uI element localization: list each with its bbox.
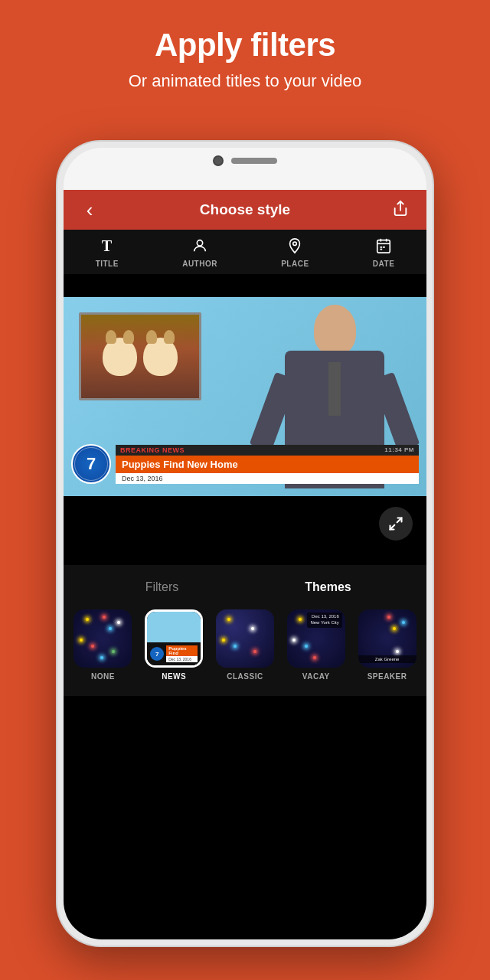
spark (91, 645, 94, 648)
puppy-2 (143, 338, 178, 376)
page-subtitle: Or animated titles to your video (31, 70, 459, 93)
spark (234, 645, 237, 648)
filter-news[interactable]: 7 Puppies Find Dec 13, 2016 NEWS (145, 609, 203, 681)
spark (103, 616, 106, 619)
spark (80, 639, 83, 642)
filter-label-none: NONE (91, 672, 115, 681)
date-icon (375, 237, 392, 256)
spark (112, 650, 115, 653)
puppies-image (79, 312, 201, 400)
tab-author[interactable]: AUTHOR (182, 237, 217, 268)
page-title: Apply filters (31, 28, 459, 63)
news-lower: 7 Puppies Find Dec 13, 2016 (147, 642, 201, 665)
spark (86, 618, 89, 621)
svg-point-2 (197, 240, 202, 246)
thumb-date: Dec 13, 2016 (166, 656, 198, 662)
spark (251, 627, 254, 630)
man-tie (328, 362, 341, 416)
news-lower-third: 7 BREAKING NEWS 11:34 PM Puppies Find Ne… (71, 444, 419, 484)
filter-label-news: NEWS (162, 672, 186, 681)
news-channel-logo: 7 (71, 444, 111, 484)
filter-thumb-vacay: Dec 13, 2016 New York City (287, 609, 345, 668)
spark (402, 621, 405, 624)
spark (253, 650, 256, 653)
phone-inner: ‹ Choose style T (64, 148, 426, 939)
camera-lens (213, 155, 224, 166)
vacay-city: New York City (310, 620, 338, 626)
svg-point-3 (293, 242, 297, 246)
news-text-block: BREAKING NEWS 11:34 PM Puppies Find New … (116, 445, 419, 484)
spark (313, 656, 316, 659)
filter-theme-tabs: Filters Themes (64, 577, 426, 597)
author-icon (191, 237, 208, 256)
filter-classic[interactable]: CLASSIC (216, 609, 274, 681)
fullscreen-button[interactable] (379, 507, 413, 541)
vacay-date: Dec 13, 2016 (310, 614, 338, 620)
filter-thumb-classic (216, 609, 274, 668)
spark (222, 639, 225, 642)
news-headline: Puppies Find New Home (116, 456, 419, 473)
news-time: 11:34 PM (384, 446, 414, 453)
phone-screen: ‹ Choose style T (64, 190, 426, 939)
header-section: Apply filters Or animated titles to your… (0, 0, 490, 108)
tab-place-label: PLACE (281, 260, 309, 268)
svg-rect-10 (380, 249, 382, 250)
tab-date-label: DATE (373, 260, 394, 268)
back-button[interactable]: ‹ (76, 198, 103, 222)
news-date: Dec 13, 2016 (116, 473, 419, 484)
tab-place[interactable]: PLACE (281, 237, 309, 268)
thumb-logo: 7 (150, 647, 164, 661)
phone-frame: ‹ Choose style T (57, 142, 433, 946)
breaking-label: BREAKING NEWS (120, 446, 185, 454)
title-icon: T (99, 237, 116, 256)
thumb-text: Puppies Find Dec 13, 2016 (166, 645, 198, 662)
filter-speaker[interactable]: Zak Greene SPEAKER (358, 609, 416, 681)
earpiece (231, 158, 277, 164)
filter-none[interactable]: NONE (74, 609, 132, 681)
filter-label-speaker: SPEAKER (368, 672, 407, 681)
filter-thumb-speaker: Zak Greene (358, 609, 416, 668)
filter-label-classic: CLASSIC (227, 672, 263, 681)
video-controls (64, 496, 426, 565)
svg-rect-4 (377, 240, 390, 253)
video-preview: 7 BREAKING NEWS 11:34 PM Puppies Find Ne… (64, 297, 426, 496)
share-button[interactable] (387, 200, 414, 220)
spark (109, 627, 112, 630)
place-icon (286, 237, 303, 256)
filter-vacay[interactable]: Dec 13, 2016 New York City VACAY (287, 609, 345, 681)
spark (100, 656, 103, 659)
globe-ring (74, 447, 108, 481)
tab-filters[interactable]: Filters (79, 577, 245, 597)
app-header: ‹ Choose style (64, 190, 426, 230)
spark (117, 621, 120, 624)
spark (227, 618, 230, 621)
svg-rect-8 (380, 247, 382, 248)
tab-title[interactable]: T TITLE (96, 237, 119, 268)
thumb-headline: Puppies Find (166, 645, 198, 656)
video-spacer-top (64, 274, 426, 297)
filter-thumb-none (74, 609, 132, 668)
spark (393, 627, 396, 630)
spark (292, 639, 296, 642)
filter-section: Filters Themes (64, 565, 426, 696)
spark (396, 650, 399, 653)
speaker-name: Zak Greene (358, 655, 416, 663)
front-camera-area (213, 155, 277, 166)
puppy-1 (103, 338, 137, 376)
tab-title-label: TITLE (96, 260, 119, 268)
vacay-overlay: Dec 13, 2016 New York City (307, 612, 341, 628)
svg-rect-9 (383, 247, 385, 248)
tabs-bar: T TITLE AUTHOR (64, 230, 426, 274)
svg-text:T: T (101, 237, 112, 254)
tab-author-label: AUTHOR (182, 260, 217, 268)
tab-date[interactable]: DATE (373, 237, 394, 268)
spark (305, 645, 308, 648)
filter-row: NONE 7 Puppies Find Dec 13, 2016 (64, 609, 426, 696)
app-bar-title: Choose style (200, 201, 290, 218)
filter-label-vacay: VACAY (302, 672, 330, 681)
spark (387, 616, 390, 619)
breaking-news-bar: BREAKING NEWS 11:34 PM (116, 445, 419, 456)
man-head (314, 305, 356, 354)
spark (299, 618, 302, 621)
tab-themes[interactable]: Themes (245, 577, 411, 597)
